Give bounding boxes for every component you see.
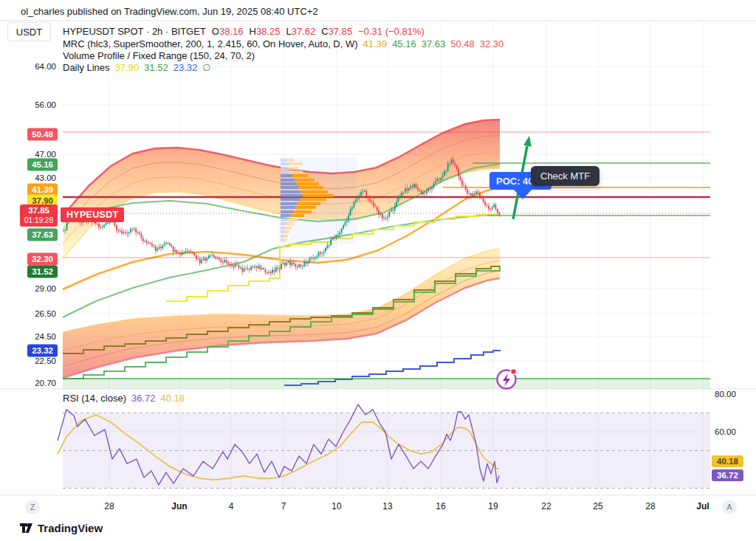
legend-mrc-row[interactable]: MRC (hlc3, SuperSmoother, 200, 1, 2.415,… bbox=[63, 38, 504, 49]
chart-window: ol_charles published on TradingView.com,… bbox=[0, 0, 756, 541]
flash-alert-icon[interactable] bbox=[498, 369, 517, 389]
ohlc-o-label: O bbox=[212, 26, 219, 37]
chart-canvas[interactable] bbox=[0, 0, 756, 541]
symbol-title[interactable]: HYPEUSDT SPOT · 2h · BITGET bbox=[63, 26, 206, 37]
mrc-title[interactable]: MRC (hlc3, SuperSmoother, 200, 1, 2.415,… bbox=[63, 38, 358, 49]
symbol-price-flag: HYPEUSDT bbox=[61, 207, 124, 222]
tradingview-brand-text: TradingView bbox=[38, 522, 103, 534]
volume-profile-title[interactable]: Volume Profile / Fixed Range (150, 24, 7… bbox=[63, 50, 255, 61]
ohlc-h-value: 38.25 bbox=[256, 26, 281, 37]
legend-volume-profile-row[interactable]: Volume Profile / Fixed Range (150, 24, 7… bbox=[63, 50, 255, 61]
tradingview-watermark[interactable]: TradingView bbox=[19, 521, 103, 535]
poc-pointer-icon bbox=[512, 188, 533, 199]
ohlc-o-value: 38.16 bbox=[219, 26, 244, 37]
tradingview-logo-icon bbox=[19, 521, 33, 535]
legend-symbol-row[interactable]: HYPEUSDT SPOT · 2h · BITGETO38.16H38.25L… bbox=[63, 26, 425, 37]
legend-value: ∅ bbox=[202, 62, 210, 73]
check-mtf-tooltip: Check MTF bbox=[531, 166, 599, 186]
legend-value: 50.48 bbox=[450, 38, 475, 49]
ohlc-l-value: 37.62 bbox=[292, 26, 316, 37]
rsi-values: 36.7240.18 bbox=[126, 393, 185, 404]
legend-daily-lines-row[interactable]: Daily Lines37.9031.5223.32∅ bbox=[63, 62, 211, 73]
daily-lines-values: 37.9031.5223.32∅ bbox=[110, 62, 211, 73]
legend-value: 40.18 bbox=[161, 393, 185, 404]
ohlc-c-value: 37.85 bbox=[329, 26, 353, 37]
ohlc-c-label: C bbox=[321, 26, 328, 37]
mrc-values: 41.3945.1637.6350.4832.30 bbox=[358, 38, 504, 49]
change-value: −0.31 (−0.81%) bbox=[358, 26, 425, 37]
legend-value: 32.30 bbox=[480, 38, 504, 49]
volume-profile bbox=[279, 157, 357, 244]
ohlc-l-label: L bbox=[286, 26, 291, 37]
legend-value: 23.32 bbox=[173, 62, 198, 73]
daily-lines-title[interactable]: Daily Lines bbox=[63, 62, 110, 73]
legend-value: 37.90 bbox=[115, 62, 140, 73]
ohlc-h-label: H bbox=[250, 26, 256, 37]
rsi-title[interactable]: RSI (14, close) bbox=[63, 393, 126, 404]
legend-value: 45.16 bbox=[392, 38, 416, 49]
legend-value: 37.63 bbox=[422, 38, 446, 49]
legend-rsi-row[interactable]: RSI (14, close)36.7240.18 bbox=[63, 393, 185, 404]
legend-value: 31.52 bbox=[144, 62, 168, 73]
legend-value: 36.72 bbox=[131, 393, 156, 404]
trend-arrow-head bbox=[523, 136, 532, 147]
legend-value: 41.39 bbox=[363, 38, 388, 49]
